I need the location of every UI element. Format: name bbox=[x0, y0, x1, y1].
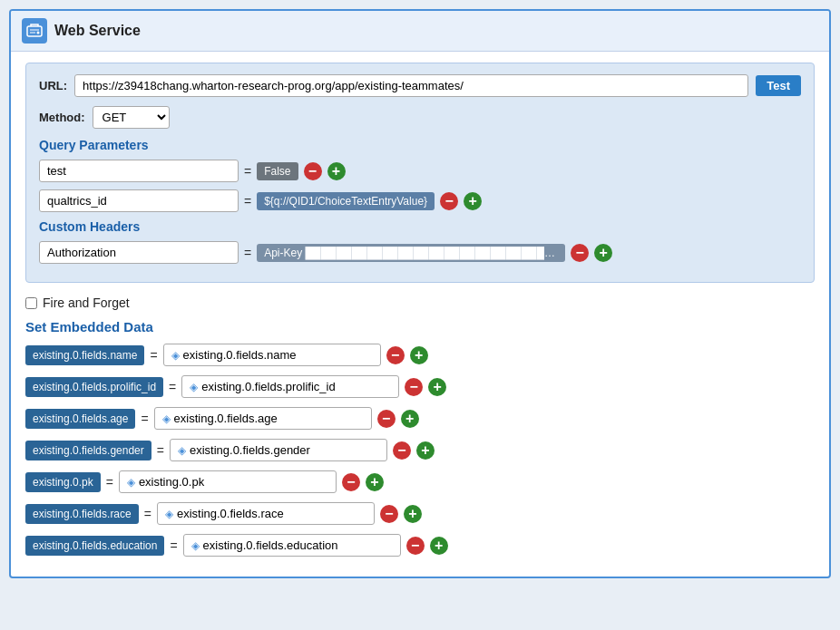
add-emb-1[interactable]: + bbox=[410, 346, 428, 364]
equals-2: = bbox=[244, 194, 251, 208]
param-key-input-1[interactable] bbox=[39, 160, 239, 182]
ws-icon-4: ◈ bbox=[178, 444, 186, 457]
embedded-row-3: existing.0.fields.age = ◈ existing.0.fie… bbox=[25, 407, 815, 430]
test-button[interactable]: Test bbox=[756, 75, 801, 96]
embedded-value-4[interactable]: ◈ existing.0.fields.gender bbox=[170, 439, 387, 461]
embedded-value-7[interactable]: ◈ existing.0.fields.education bbox=[183, 534, 401, 557]
header-value-badge-1: Api-Key ████████████████████████████████… bbox=[257, 244, 565, 262]
embedded-key-6: existing.0.fields.race bbox=[25, 504, 139, 524]
eq-emb-4: = bbox=[157, 443, 164, 458]
fire-forget-row: Fire and Forget bbox=[25, 296, 815, 310]
embedded-val-text-1: existing.0.fields.name bbox=[183, 348, 297, 362]
embedded-row-5: existing.0.pk = ◈ existing.0.pk − + bbox=[25, 470, 815, 493]
equals-header-1: = bbox=[244, 246, 251, 260]
header-key-input-1[interactable] bbox=[39, 241, 239, 264]
embedded-key-4: existing.0.fields.gender bbox=[25, 441, 151, 460]
ws-icon-6: ◈ bbox=[165, 508, 173, 520]
remove-emb-7[interactable]: − bbox=[406, 537, 425, 555]
ws-icon-5: ◈ bbox=[127, 476, 135, 489]
add-header-1[interactable]: + bbox=[594, 244, 612, 262]
config-box: URL: Test Method: GET POST PUT DELETE Qu… bbox=[25, 63, 815, 283]
param-value-badge-2: ${q://QID1/ChoiceTextEntryValue} bbox=[257, 192, 435, 210]
fire-forget-label: Fire and Forget bbox=[43, 296, 130, 310]
url-input[interactable] bbox=[74, 74, 748, 97]
web-service-header: Web Service bbox=[11, 11, 829, 52]
eq-emb-1: = bbox=[150, 348, 157, 363]
eq-emb-7: = bbox=[170, 538, 177, 553]
embedded-row-1: existing.0.fields.name = ◈ existing.0.fi… bbox=[25, 344, 815, 366]
embedded-key-3: existing.0.fields.age bbox=[25, 409, 135, 429]
web-service-container: Web Service URL: Test Method: GET POST P… bbox=[9, 9, 831, 578]
embedded-key-2: existing.0.fields.prolific_id bbox=[25, 377, 163, 397]
ws-icon-2: ◈ bbox=[190, 381, 198, 393]
main-content: URL: Test Method: GET POST PUT DELETE Qu… bbox=[11, 52, 829, 577]
remove-header-1[interactable]: − bbox=[571, 244, 589, 262]
remove-emb-3[interactable]: − bbox=[377, 410, 396, 428]
method-select[interactable]: GET POST PUT DELETE bbox=[93, 106, 170, 129]
custom-headers-title: Custom Headers bbox=[39, 219, 801, 234]
embedded-row-6: existing.0.fields.race = ◈ existing.0.fi… bbox=[25, 502, 815, 525]
query-params-title: Query Parameters bbox=[39, 138, 801, 152]
embedded-val-text-5: existing.0.pk bbox=[139, 475, 204, 489]
embedded-value-1[interactable]: ◈ existing.0.fields.name bbox=[163, 344, 381, 366]
method-row: Method: GET POST PUT DELETE bbox=[39, 106, 801, 129]
embedded-val-text-2: existing.0.fields.prolific_id bbox=[201, 380, 335, 393]
url-label: URL: bbox=[39, 79, 67, 92]
embedded-value-5[interactable]: ◈ existing.0.pk bbox=[119, 470, 337, 493]
embedded-row-2: existing.0.fields.prolific_id = ◈ existi… bbox=[25, 375, 815, 398]
eq-emb-5: = bbox=[106, 475, 113, 489]
add-param-2[interactable]: + bbox=[464, 192, 482, 210]
param-key-input-2[interactable] bbox=[39, 189, 239, 212]
embedded-value-6[interactable]: ◈ existing.0.fields.race bbox=[157, 502, 375, 525]
eq-emb-2: = bbox=[169, 380, 176, 394]
embedded-row-4: existing.0.fields.gender = ◈ existing.0.… bbox=[25, 439, 815, 461]
remove-emb-4[interactable]: − bbox=[393, 441, 411, 460]
param-row-1: = False − + bbox=[39, 160, 801, 182]
embedded-val-text-6: existing.0.fields.race bbox=[177, 507, 284, 520]
embedded-data-title: Set Embedded Data bbox=[25, 319, 815, 334]
embedded-val-text-7: existing.0.fields.education bbox=[203, 538, 338, 552]
add-emb-7[interactable]: + bbox=[430, 537, 448, 555]
embedded-row-7: existing.0.fields.education = ◈ existing… bbox=[25, 534, 815, 557]
add-param-1[interactable]: + bbox=[327, 162, 346, 180]
remove-emb-2[interactable]: − bbox=[405, 378, 423, 396]
add-emb-4[interactable]: + bbox=[416, 441, 435, 460]
equals-1: = bbox=[244, 164, 251, 179]
add-emb-2[interactable]: + bbox=[428, 378, 446, 396]
embedded-key-5: existing.0.pk bbox=[25, 472, 101, 492]
web-service-icon bbox=[22, 18, 47, 44]
svg-rect-0 bbox=[27, 26, 42, 36]
header-row-1: = Api-Key ██████████████████████████████… bbox=[39, 241, 801, 264]
eq-emb-6: = bbox=[144, 507, 151, 521]
remove-emb-1[interactable]: − bbox=[386, 346, 405, 364]
embedded-val-text-3: existing.0.fields.age bbox=[174, 412, 278, 425]
param-row-2: = ${q://QID1/ChoiceTextEntryValue} − + bbox=[39, 189, 801, 212]
embedded-key-1: existing.0.fields.name bbox=[25, 345, 144, 365]
embedded-value-2[interactable]: ◈ existing.0.fields.prolific_id bbox=[181, 375, 399, 398]
param-value-badge-1: False bbox=[257, 162, 298, 180]
add-emb-5[interactable]: + bbox=[366, 473, 384, 491]
page-title: Web Service bbox=[54, 23, 141, 39]
add-emb-3[interactable]: + bbox=[401, 410, 419, 428]
remove-param-1[interactable]: − bbox=[304, 162, 322, 180]
ws-icon-1: ◈ bbox=[171, 349, 180, 362]
remove-param-2[interactable]: − bbox=[440, 192, 458, 210]
ws-icon-3: ◈ bbox=[162, 412, 171, 425]
fire-forget-checkbox[interactable] bbox=[25, 297, 37, 309]
embedded-val-text-4: existing.0.fields.gender bbox=[190, 443, 310, 457]
remove-emb-6[interactable]: − bbox=[380, 505, 398, 523]
remove-emb-5[interactable]: − bbox=[342, 473, 360, 491]
method-label: Method: bbox=[39, 111, 85, 124]
embedded-key-7: existing.0.fields.education bbox=[25, 536, 164, 556]
svg-point-1 bbox=[37, 32, 40, 34]
eq-emb-3: = bbox=[141, 412, 148, 426]
add-emb-6[interactable]: + bbox=[404, 505, 422, 523]
ws-icon-7: ◈ bbox=[191, 539, 200, 552]
url-row: URL: Test bbox=[39, 74, 801, 97]
embedded-value-3[interactable]: ◈ existing.0.fields.age bbox=[154, 407, 372, 430]
